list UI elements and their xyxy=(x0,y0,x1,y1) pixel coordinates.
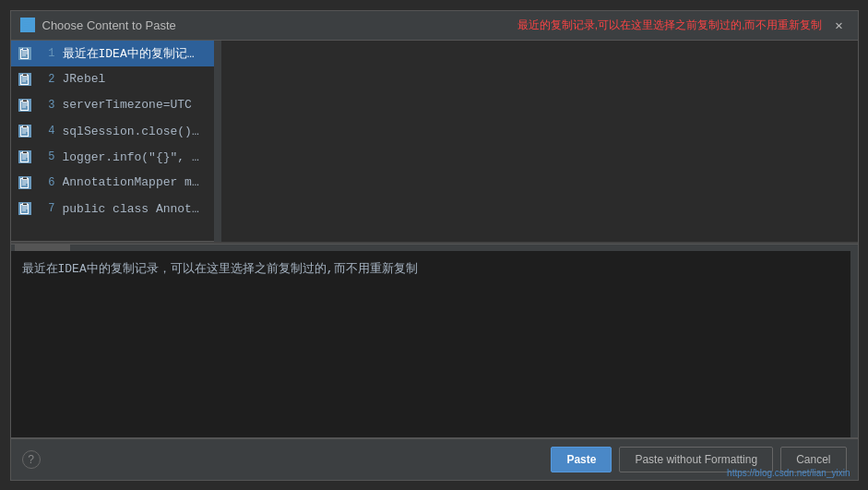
list-item[interactable]: 4 sqlSession.close();↵ xyxy=(11,118,214,144)
horizontal-scrollbar[interactable] xyxy=(11,244,858,251)
preview-scrollbar[interactable] xyxy=(850,251,858,437)
svg-rect-18 xyxy=(22,100,27,102)
close-button[interactable]: ✕ xyxy=(830,16,849,34)
clipboard-icon xyxy=(18,73,31,86)
list-item[interactable]: 5 logger.info("{}", user);↵ xyxy=(11,144,214,170)
svg-rect-34 xyxy=(20,204,28,213)
clipboard-icon xyxy=(18,150,31,163)
svg-rect-24 xyxy=(20,152,28,161)
list-item[interactable]: 7public class AnnotationMapperTest {↵ xyxy=(11,196,214,221)
item-number: 7 xyxy=(39,202,55,215)
dialog-icon xyxy=(20,18,35,32)
list-scrollbar[interactable] xyxy=(214,41,221,242)
item-text: serverTimezone=UTC xyxy=(63,98,192,112)
clipboard-icon xyxy=(18,176,31,189)
item-number: 2 xyxy=(39,73,55,86)
svg-rect-4 xyxy=(20,49,28,58)
preview-panel: 最近在IDEA中的复制记录，可以在这里选择之前复制过的,而不用重新复制 xyxy=(11,251,858,438)
dialog-hint: 最近的复制记录,可以在这里选择之前复制过的,而不用重新复制 xyxy=(517,18,823,33)
svg-rect-14 xyxy=(20,101,28,110)
list-item[interactable]: 2JRebel xyxy=(11,66,214,92)
svg-rect-13 xyxy=(22,74,27,77)
list-item[interactable]: 3serverTimezone=UTC xyxy=(11,92,214,118)
svg-rect-23 xyxy=(22,125,27,128)
svg-rect-0 xyxy=(22,19,31,30)
svg-rect-8 xyxy=(22,48,27,51)
item-number: 6 xyxy=(39,176,55,189)
choose-content-dialog: Choose Content to Paste 最近的复制记录,可以在这里选择之… xyxy=(10,10,859,481)
clipboard-icon xyxy=(18,202,31,215)
svg-rect-28 xyxy=(22,151,27,154)
paste-button[interactable]: Paste xyxy=(551,447,612,472)
item-number: 3 xyxy=(39,99,55,112)
item-text: logger.info("{}", user);↵ xyxy=(63,149,207,164)
title-bar: Choose Content to Paste 最近的复制记录,可以在这里选择之… xyxy=(11,11,858,41)
footer-url: https://blog.csdn.net/lian_yixin xyxy=(727,468,850,478)
clipboard-list-container: 1最近在IDEA中的复制记录，可以在这里选择之前复制过的，而不用重新复制 2JR… xyxy=(11,41,858,244)
list-item[interactable]: 1最近在IDEA中的复制记录，可以在这里选择之前复制过的，而不用重新复制 xyxy=(11,41,214,66)
clipboard-icon xyxy=(18,47,31,60)
item-text: JRebel xyxy=(63,72,106,86)
preview-text: 最近在IDEA中的复制记录，可以在这里选择之前复制过的,而不用重新复制 xyxy=(22,260,847,280)
item-number: 1 xyxy=(39,47,55,60)
footer: ? Paste Paste without Formatting Cancel … xyxy=(11,438,858,480)
clipboard-icon xyxy=(18,125,31,137)
help-button[interactable]: ? xyxy=(22,450,41,469)
svg-rect-29 xyxy=(20,178,28,187)
item-text: AnnotationMapper mapper = sqlSession.get… xyxy=(63,175,207,189)
svg-rect-33 xyxy=(22,177,27,180)
clipboard-list: 1最近在IDEA中的复制记录，可以在这里选择之前复制过的，而不用重新复制 2JR… xyxy=(11,41,214,242)
svg-rect-38 xyxy=(22,203,27,206)
dialog-title: Choose Content to Paste xyxy=(42,18,510,32)
item-text: public class AnnotationMapperTest {↵ xyxy=(63,201,207,216)
item-number: 5 xyxy=(39,150,55,163)
clipboard-icon xyxy=(18,99,31,112)
item-number: 4 xyxy=(39,125,55,137)
svg-rect-9 xyxy=(20,75,28,84)
footer-left: ? xyxy=(22,450,41,469)
list-item[interactable]: 6 AnnotationMapper mapper = sqlSession.g… xyxy=(11,170,214,196)
svg-rect-19 xyxy=(20,126,28,136)
item-text: 最近在IDEA中的复制记录，可以在这里选择之前复制过的，而不用重新复制 xyxy=(63,45,207,62)
item-text: sqlSession.close();↵ xyxy=(63,124,207,138)
